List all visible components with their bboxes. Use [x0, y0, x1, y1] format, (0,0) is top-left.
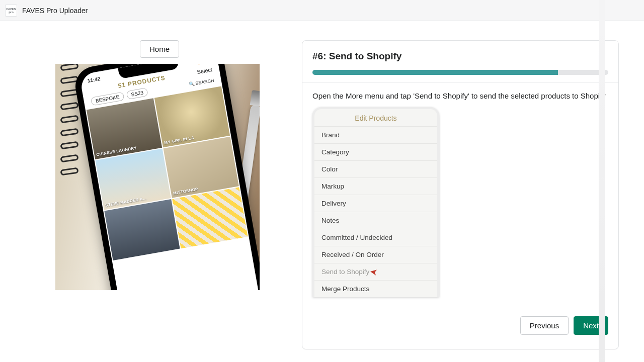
home-button[interactable]: Home: [140, 40, 179, 58]
menu-item-received: Received / On Order: [314, 246, 437, 263]
product-tile: [104, 199, 180, 260]
menu-panel: Edit Products Brand Category Color Marku…: [314, 109, 437, 297]
menu-item-brand: Brand: [314, 126, 437, 143]
menu-item-delivery: Delivery: [314, 195, 437, 212]
progress-fill: [312, 70, 558, 75]
phone-tabbar: 👔Products 📷 📊Budget ♡: [121, 290, 260, 290]
menu-item-category: Category: [314, 143, 437, 160]
previous-button[interactable]: Previous: [520, 316, 569, 335]
menu-item-notes: Notes: [314, 212, 437, 229]
step-card: #6: Send to Shopify Open the More menu a…: [302, 40, 619, 349]
topbar: FAVES pro FAVES Pro Uploader: [0, 0, 644, 21]
app-logo: FAVES pro: [5, 5, 17, 17]
menu-item-markup: Markup: [314, 177, 437, 195]
menu-item-send-to-shopify: Send to Shopify ➤: [314, 263, 437, 280]
menu-item-committed: Committed / Undecided: [314, 229, 437, 246]
menu-item-color: Color: [314, 160, 437, 177]
progress-bar: [312, 70, 608, 75]
card-footer: Previous Next: [302, 307, 618, 349]
hero-mockup: 11:42 📶 🔋 51 PRODUCTS Select BESPOKE SS2…: [55, 64, 260, 290]
card-header: #6: Send to Shopify: [302, 41, 618, 82]
pointer-arrow-icon: ➤: [369, 266, 378, 278]
scrollbar-hint: [599, 0, 605, 362]
phone-time: 11:42: [87, 76, 101, 83]
step-description: Open the More menu and tap 'Send to Shop…: [312, 90, 608, 101]
left-column: Home 11:42 📶 🔋 51 PRODUCTS Select: [0, 40, 302, 362]
product-grid: CHINESE LAUNDRY MY GIRL IN LA STEVE MADD…: [86, 86, 249, 260]
menu-item-merge: Merge Products: [314, 280, 437, 297]
card-body: Open the More menu and tap 'Send to Shop…: [302, 82, 618, 307]
product-tile: [172, 187, 248, 248]
step-title: #6: Send to Shopify: [312, 51, 608, 62]
main-layout: Home 11:42 📶 🔋 51 PRODUCTS Select: [0, 21, 644, 362]
right-column: #6: Send to Shopify Open the More menu a…: [302, 40, 644, 362]
select-link: Select: [197, 66, 213, 75]
menu-screenshot: Edit Products Brand Category Color Marku…: [312, 107, 439, 297]
app-title: FAVES Pro Uploader: [22, 7, 88, 15]
phone-screen: 11:42 📶 🔋 51 PRODUCTS Select BESPOKE SS2…: [79, 64, 260, 290]
phone-device: 11:42 📶 🔋 51 PRODUCTS Select BESPOKE SS2…: [72, 64, 260, 290]
menu-title: Edit Products: [314, 109, 437, 126]
